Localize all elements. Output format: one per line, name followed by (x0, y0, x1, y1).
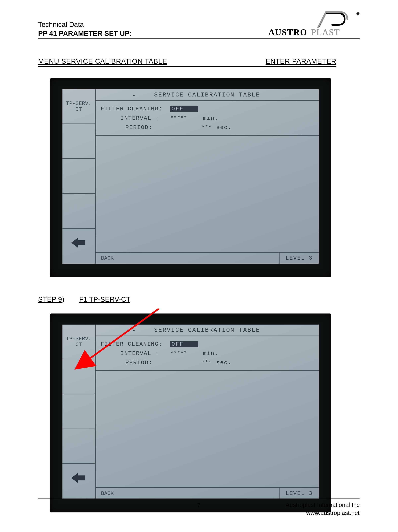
period-value[interactable]: *** (183, 360, 211, 366)
screen-title: - SERVICE CALIBRATION TABLE (96, 89, 319, 101)
softkey-f4[interactable] (62, 429, 95, 464)
screen-title: - SERVICE CALIBRATION TABLE (96, 325, 319, 336)
interval-unit: min. (203, 350, 218, 357)
period-label: PERIOD: (100, 124, 170, 131)
level-indicator: LEVEL 3 (279, 252, 319, 264)
menu-path-label: MENU SERVICE CALIBRATION TABLE (38, 57, 256, 65)
step-label: F1 TP-SERV-CT (79, 295, 131, 303)
filter-cleaning-label: FILTER CLEANING: (100, 341, 170, 347)
document-title: PP 41 PARAMETER SET UP: (38, 30, 132, 38)
hmi-screenshot: TP-SERV. CT BACK (50, 78, 331, 277)
period-unit: sec. (216, 124, 232, 131)
interval-label: INTERVAL : (100, 350, 170, 357)
softkey-f4[interactable] (62, 194, 95, 229)
period-unit: sec. (216, 360, 232, 366)
softkey-back[interactable]: BACK (62, 229, 95, 264)
parameter-panel: FILTER CLEANING: OFF INTERVAL : ***** mi… (96, 101, 319, 136)
page-number: 7 (197, 502, 200, 508)
parameter-panel: FILTER CLEANING: OFF INTERVAL : ***** mi… (96, 336, 319, 371)
interval-value[interactable]: ***** (170, 115, 198, 121)
softkey-f3[interactable] (62, 394, 95, 429)
company-url: www.austroplast.net (286, 509, 360, 517)
softkey-back[interactable]: BACK (62, 464, 95, 499)
arrow-left-icon (71, 472, 86, 484)
brand-logo: ® AUSTRO PLAST (267, 10, 360, 38)
period-label: PERIOD: (100, 360, 170, 366)
brand-text-light: PLAST (311, 27, 340, 37)
filter-cleaning-label: FILTER CLEANING: (100, 106, 170, 112)
filter-cleaning-value[interactable]: OFF (170, 106, 198, 112)
softkey-column: TP-SERV. CT BACK (62, 89, 96, 264)
filter-cleaning-value[interactable]: OFF (170, 341, 198, 347)
softkey-f1-tp-serv-ct[interactable]: TP-SERV. CT (62, 89, 95, 124)
step-heading: STEP 9) F1 TP-SERV-CT (38, 295, 336, 304)
period-value[interactable]: *** (183, 124, 211, 131)
softkey-column: TP-SERV. CT BACK (62, 325, 96, 499)
technical-data-label: Technical Data (38, 20, 132, 29)
softkey-f2[interactable] (62, 359, 95, 394)
document-header: Technical Data PP 41 PARAMETER SET UP: ®… (38, 10, 360, 39)
interval-unit: min. (203, 115, 218, 121)
svg-marker-2 (71, 473, 85, 483)
action-label: ENTER PARAMETER (266, 57, 336, 65)
company-name: Austroplast International Inc (286, 501, 360, 509)
softkey-f1-tp-serv-ct[interactable]: TP-SERV. CT (62, 325, 95, 359)
level-indicator: LEVEL 3 (279, 487, 319, 499)
section-heading: MENU SERVICE CALIBRATION TABLE ENTER PAR… (38, 57, 336, 67)
arrow-left-icon (71, 237, 86, 248)
svg-marker-0 (71, 238, 85, 248)
hmi-screenshot: TP-SERV. CT BACK (50, 313, 331, 513)
brand-text-bold: AUSTRO (268, 27, 307, 37)
registered-mark: ® (356, 11, 360, 16)
step-number: STEP 9) (38, 295, 64, 303)
softkey-f3[interactable] (62, 159, 95, 194)
interval-label: INTERVAL : (100, 115, 170, 121)
softkey-f2[interactable] (62, 124, 95, 159)
interval-value[interactable]: ***** (170, 350, 198, 357)
page-footer: 7 Austroplast International Inc www.aust… (38, 499, 360, 517)
